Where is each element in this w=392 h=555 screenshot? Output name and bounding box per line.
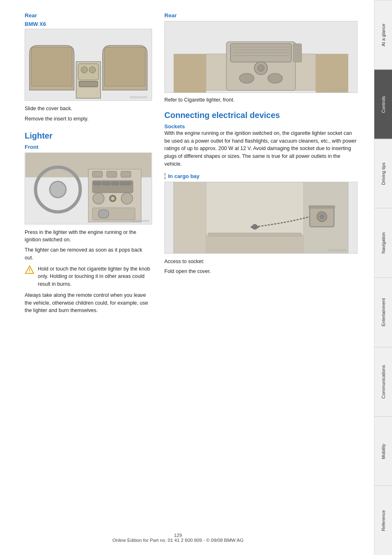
- svg-point-56: [319, 214, 324, 219]
- svg-rect-17: [111, 182, 119, 185]
- sidebar-tab-mobility[interactable]: Mobility: [374, 416, 392, 486]
- bmw-x6-label: BMW X6: [25, 21, 152, 27]
- rear-label-right: Rear: [164, 12, 357, 18]
- right-column: Rear: [164, 12, 357, 317]
- cigarette-caption: Refer to Cigarette lighter, front.: [164, 96, 357, 104]
- lighter-title: Lighter: [25, 131, 152, 141]
- warning-box: ! Hold or touch the hot cigarette lighte…: [25, 265, 152, 288]
- connecting-title: Connecting electrical devices: [164, 111, 357, 120]
- sidebar: At a glance Controls Driving tips Naviga…: [374, 0, 392, 555]
- rear-right-image: 00502GC096: [164, 21, 357, 93]
- sidebar-tab-entertainment[interactable]: Entertainment: [374, 278, 392, 347]
- svg-rect-16: [103, 182, 110, 185]
- svg-rect-57: [309, 206, 335, 208]
- fold-text: Fold open the cover.: [164, 268, 357, 275]
- page-number: 129: [174, 533, 182, 538]
- press-text: Press in the lighter with the engine run…: [25, 229, 152, 244]
- svg-rect-37: [293, 44, 302, 62]
- svg-point-9: [50, 181, 66, 198]
- sidebar-tab-navigation[interactable]: Navigation: [374, 208, 392, 278]
- sidebar-tab-communications[interactable]: Communications: [374, 347, 392, 416]
- svg-point-20: [121, 192, 133, 204]
- lighter-front-image: 00520104005: [25, 153, 152, 224]
- always-text: Always take along the remote control whe…: [25, 291, 152, 314]
- remove-insert-text: Remove the insert to empty.: [25, 115, 152, 123]
- sockets-label: Sockets: [164, 123, 185, 130]
- svg-rect-18: [120, 182, 131, 185]
- pop-text: The lighter can be removed as soon as it…: [25, 246, 152, 262]
- sidebar-tab-reference[interactable]: Reference: [374, 486, 392, 555]
- footer-text: Online Edition for Part no. 01 41 2 600 …: [112, 538, 243, 543]
- in-cargo-label: In cargo bay: [164, 173, 357, 179]
- slide-cover-text: Slide the cover back.: [25, 105, 152, 113]
- svg-rect-13: [121, 171, 131, 177]
- access-text: Access to socket:: [164, 258, 357, 266]
- svg-rect-25: [99, 210, 109, 218]
- rear-bmwx6-image: 00520104005: [25, 29, 152, 101]
- rear-label-left: Rear: [25, 12, 152, 18]
- svg-rect-1: [78, 64, 98, 80]
- sockets-text: With the engine running or the ignition …: [164, 130, 357, 168]
- svg-rect-11: [92, 171, 103, 177]
- warning-icon: !: [25, 265, 35, 275]
- warning-text: Hold or touch the hot cigarette lighter …: [38, 265, 152, 288]
- footer: 129 Online Edition for Part no. 01 41 2 …: [0, 533, 356, 543]
- svg-text:00520104005: 00520104005: [130, 96, 147, 99]
- svg-rect-51: [173, 182, 206, 253]
- sidebar-tab-driving-tips[interactable]: Driving tips: [374, 139, 392, 208]
- svg-text:00520G01006: 00520G01006: [328, 249, 346, 252]
- svg-rect-60: [208, 233, 301, 236]
- sidebar-tab-controls[interactable]: Controls: [374, 69, 392, 139]
- svg-text:00520104005: 00520104005: [132, 220, 149, 222]
- svg-text:!: !: [29, 268, 30, 273]
- svg-rect-52: [206, 182, 316, 235]
- svg-point-19: [93, 192, 104, 204]
- left-column: Rear BMW X6: [25, 12, 152, 317]
- svg-rect-59: [251, 226, 259, 228]
- cargo-bay-image: 00520G01006: [164, 182, 357, 254]
- svg-point-46: [240, 74, 254, 83]
- svg-text:00502GC096: 00502GC096: [330, 88, 346, 91]
- svg-rect-15: [94, 182, 101, 185]
- lighter-section: Lighter Front: [25, 131, 152, 315]
- svg-point-3: [89, 67, 96, 73]
- svg-rect-12: [106, 171, 117, 177]
- svg-point-47: [268, 74, 283, 83]
- svg-point-45: [258, 65, 264, 72]
- svg-point-23: [112, 197, 113, 199]
- front-label: Front: [25, 144, 152, 150]
- svg-point-2: [81, 67, 88, 73]
- sidebar-tab-at-a-glance[interactable]: At a glance: [374, 0, 392, 69]
- svg-rect-4: [79, 81, 97, 87]
